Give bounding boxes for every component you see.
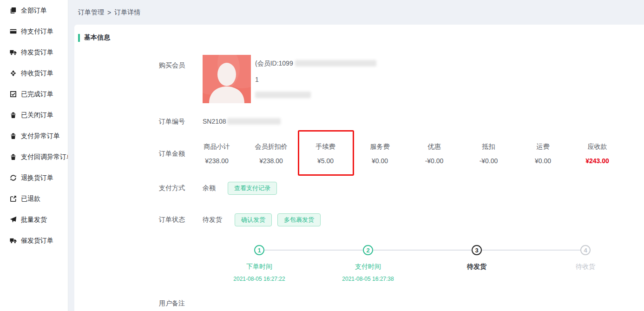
amount-col-receivable: 应收款 ¥243.00: [575, 143, 619, 165]
payment-method-label: 支付方式: [159, 184, 203, 192]
share-arrow-icon: [10, 195, 17, 202]
member-level-line: 1: [255, 75, 376, 84]
amount-col-member-discount: 会员折扣价 ¥238.00: [249, 143, 293, 165]
section-header: 基本信息: [78, 33, 644, 42]
user-remark-row: 用户备注: [159, 299, 644, 308]
confirm-shipment-button[interactable]: 确认发货: [235, 213, 272, 226]
order-progress-stepper: 1 下单时间 2021-08-05 16:27:22 2 支付时间 2021-0…: [205, 245, 644, 282]
amount-name: 手续费: [303, 143, 348, 150]
sidebar-item-callback-exception[interactable]: 支付回调异常订单: [0, 146, 68, 167]
sidebar-item-pending-payment[interactable]: 待支付订单: [0, 21, 68, 42]
amount-name: 运费: [521, 143, 565, 150]
step-time: 2021-08-05 16:27:38: [342, 276, 394, 282]
section-title: 基本信息: [84, 33, 110, 42]
member-info: (会员ID:1099 1: [255, 55, 376, 103]
order-status-value: 待发货: [203, 216, 222, 224]
orders-all-icon: [10, 7, 17, 14]
redacted-member-phone: [255, 92, 311, 98]
sidebar-item-label: 退换货订单: [21, 174, 53, 182]
amount-col-service-fee: 服务费 ¥0.00: [358, 143, 402, 165]
member-avatar: [203, 55, 251, 103]
redacted-member-name: [295, 60, 376, 66]
member-id-line: (会员ID:1099: [255, 59, 376, 68]
order-amount-row: 订单金额 商品小计 ¥238.00 会员折扣价 ¥238.00 手续费 ¥5.0…: [159, 143, 644, 165]
member-id-text: (会员ID:1099: [255, 60, 293, 67]
sidebar-item-refunded[interactable]: 已退款: [0, 188, 68, 209]
sidebar-item-label: 全部订单: [21, 7, 47, 15]
sidebar-item-pending-receipt[interactable]: 待收货订单: [0, 63, 68, 84]
order-status-label: 订单状态: [159, 216, 203, 224]
sidebar-item-closed[interactable]: 已关闭订单: [0, 105, 68, 126]
order-status-row: 订单状态 待发货 确认发货 多包裹发货: [159, 213, 644, 226]
amount-value: ¥5.00: [303, 157, 348, 165]
amount-columns: 商品小计 ¥238.00 会员折扣价 ¥238.00 手续费 ¥5.00 服务费: [195, 143, 630, 165]
amount-col-handling-fee: 手续费 ¥5.00: [303, 143, 348, 165]
trash-icon: [10, 132, 17, 139]
step-number: 4: [580, 245, 591, 255]
amount-col-subtotal: 商品小计 ¥238.00: [195, 143, 239, 165]
member-row: 购买会员 (会员ID:1099 1: [159, 55, 644, 103]
breadcrumb-separator: >: [107, 9, 111, 16]
order-number-prefix: SN2108: [203, 118, 226, 125]
step-number: 1: [254, 245, 264, 255]
step-label: 待收货: [576, 263, 595, 271]
section-accent-bar: [78, 34, 80, 42]
sidebar-item-urge-shipment[interactable]: 催发货订单: [0, 230, 68, 251]
sidebar-item-return-exchange[interactable]: 退换货订单: [0, 167, 68, 188]
sidebar-item-all-orders[interactable]: 全部订单: [0, 0, 68, 21]
redacted-order-number: [227, 118, 281, 125]
amount-value: -¥0.00: [467, 157, 511, 165]
sidebar-item-completed[interactable]: 已完成订单: [0, 84, 68, 105]
order-sidebar: 全部订单 待支付订单 待发货订单 待收货订单 已完成订单 已关闭订单 支付异常订…: [0, 0, 68, 311]
sidebar-item-pending-shipment[interactable]: 待发货订单: [0, 42, 68, 63]
amount-name: 商品小计: [195, 143, 239, 150]
sidebar-item-batch-shipment[interactable]: 批量发货: [0, 209, 68, 230]
sidebar-item-label: 批量发货: [21, 216, 47, 224]
truck-icon: [10, 49, 17, 56]
step-number: 3: [472, 245, 482, 255]
order-number-value: SN2108: [203, 118, 281, 126]
step-label: 下单时间: [246, 263, 272, 271]
breadcrumb-order-management[interactable]: 订单管理: [78, 8, 104, 17]
credit-card-icon: [10, 28, 17, 35]
basic-info-card: 基本信息 购买会员 (会员ID:1099 1: [74, 25, 644, 311]
amount-col-discount: 优惠 -¥0.00: [412, 143, 456, 165]
step-number: 2: [363, 245, 373, 255]
amount-col-deduction: 抵扣 -¥0.00: [467, 143, 511, 165]
payment-method-value: 余额: [203, 184, 216, 192]
highlight-annotation-box: [298, 130, 354, 176]
sidebar-item-label: 待收货订单: [21, 69, 53, 78]
step-order-placed: 1 下单时间 2021-08-05 16:27:22: [205, 245, 314, 282]
step-label: 支付时间: [355, 263, 381, 271]
paper-plane-icon: [10, 216, 17, 223]
amount-value: -¥0.00: [412, 157, 456, 165]
amount-value: ¥0.00: [358, 157, 402, 165]
detail-rows: 购买会员 (会员ID:1099 1: [78, 55, 644, 308]
sidebar-item-label: 待支付订单: [21, 27, 53, 36]
user-remark-label: 用户备注: [159, 299, 203, 308]
amount-name: 服务费: [358, 143, 402, 150]
amount-name: 会员折扣价: [249, 143, 293, 150]
sync-icon: [10, 174, 17, 181]
sidebar-item-label: 支付异常订单: [21, 132, 60, 140]
package-icon: [10, 70, 17, 77]
trash-icon: [10, 112, 17, 119]
sidebar-item-label: 已退款: [21, 195, 40, 203]
amount-value: ¥238.00: [195, 157, 239, 165]
amount-value: ¥243.00: [575, 157, 619, 165]
sidebar-item-label: 待发货订单: [21, 48, 53, 57]
multi-package-shipment-button[interactable]: 多包裹发货: [277, 213, 321, 226]
step-pending-shipment: 3 待发货: [422, 245, 531, 282]
sidebar-item-label: 已关闭订单: [21, 111, 53, 119]
order-number-label: 订单编号: [159, 118, 203, 126]
amount-col-shipping-fee: 运费 ¥0.00: [521, 143, 565, 165]
sidebar-item-payment-exception[interactable]: 支付异常订单: [0, 126, 68, 146]
breadcrumb-order-detail: 订单详情: [114, 8, 140, 17]
check-square-icon: [10, 91, 17, 98]
sidebar-item-label: 支付回调异常订单: [21, 153, 68, 161]
step-pending-receipt: 4 待收货: [531, 245, 640, 282]
step-paid: 2 支付时间 2021-08-05 16:27:38: [314, 245, 422, 282]
sidebar-item-label: 已完成订单: [21, 90, 53, 99]
view-payment-record-button[interactable]: 查看支付记录: [228, 182, 277, 195]
amount-name: 抵扣: [467, 143, 511, 150]
